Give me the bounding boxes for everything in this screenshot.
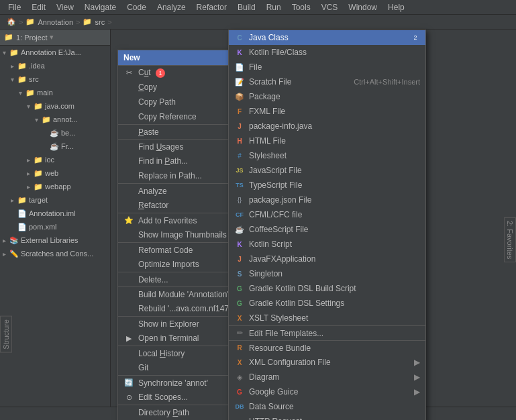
menu-build[interactable]: Build <box>232 1 261 13</box>
fxml-icon: F <box>234 108 245 115</box>
guice-arrow: ▶ <box>414 387 420 397</box>
menu-analyze[interactable]: Analyze <box>152 1 191 13</box>
menu-code[interactable]: Code <box>121 1 152 13</box>
main-layout: 1: Project 📁 1: Project ▾ ▾ 📁 Annotation… <box>0 30 516 420</box>
menu-refactor[interactable]: Refactor <box>191 1 232 13</box>
gradle-settings-icon: G <box>234 300 245 307</box>
templates-icon: ✏ <box>234 329 245 337</box>
submenu-kotlin-file[interactable]: K Kotlin File/Class <box>229 45 425 60</box>
submenu-coffeescript[interactable]: ☕ CoffeeScript File <box>229 222 425 237</box>
submenu-js[interactable]: JS JavaScript File <box>229 163 425 178</box>
xslt-icon: X <box>234 315 245 322</box>
breadcrumb: 🏠 > 📁 Annotation > 📁 src > <box>0 15 516 30</box>
file-icon: 📄 <box>234 63 245 72</box>
tree-item-idea[interactable]: ▸ 📁 .idea <box>0 59 110 72</box>
javafx-icon: J <box>234 256 245 263</box>
project-panel: 📁 1: Project ▾ ▾ 📁 Annotation E:\Ja... ▸… <box>0 30 111 420</box>
submenu-new: C Java Class 2 K Kotlin File/Class 📄 Fil… <box>228 30 426 420</box>
java-class-icon: C <box>234 34 245 42</box>
cut-icon: ✂ <box>123 68 134 77</box>
scopes-icon: ⊙ <box>123 393 134 402</box>
resource-icon: R <box>234 344 245 352</box>
menu-navigate[interactable]: Navigate <box>79 1 121 13</box>
submenu-gradle-settings[interactable]: G Gradle Kotlin DSL Settings <box>229 296 425 311</box>
submenu-java-class[interactable]: C Java Class 2 <box>229 30 425 45</box>
css-icon: # <box>234 152 245 160</box>
tree-item-fr[interactable]: ☕ Fr... <box>0 140 110 153</box>
html-icon: H <box>234 138 245 145</box>
submenu-html[interactable]: H HTML File <box>229 134 425 148</box>
submenu-data-source[interactable]: DB Data Source <box>229 399 425 414</box>
gradle-build-icon: G <box>234 285 245 293</box>
datasource-icon: DB <box>234 403 245 410</box>
tree-item-javacom[interactable]: ▾ 📁 java.com <box>0 99 110 113</box>
terminal-icon: ▶ <box>123 334 134 343</box>
submenu-singleton[interactable]: S Singleton <box>229 266 425 281</box>
tree-item-src[interactable]: ▾ 📁 src <box>0 72 110 86</box>
kotlin-icon: K <box>234 49 245 56</box>
menu-view[interactable]: View <box>51 1 79 13</box>
favorites-icon: ⭐ <box>123 216 134 225</box>
tree-item-annotation[interactable]: ▾ 📁 Annotation E:\Ja... <box>0 46 110 59</box>
tree-item-webapp[interactable]: ▸ 📁 webapp <box>0 180 110 193</box>
singleton-icon: S <box>234 270 245 278</box>
submenu-fxml[interactable]: F FXML File <box>229 104 425 119</box>
dropdown-arrow[interactable]: ▾ <box>50 33 54 42</box>
submenu-json[interactable]: {} package.json File <box>229 193 425 207</box>
menu-window[interactable]: Window <box>343 1 382 13</box>
package-info-icon: J <box>234 123 245 130</box>
tree-item-ioc[interactable]: ▸ 📁 ioc <box>0 153 110 166</box>
badge-1: 1 <box>156 68 165 78</box>
new-menu-label: New <box>123 53 140 62</box>
submenu-gradle-build[interactable]: G Gradle Kotlin DSL Build Script <box>229 281 425 296</box>
menu-tools[interactable]: Tools <box>287 1 316 13</box>
json-icon: {} <box>234 197 245 203</box>
tree-item-external-libs[interactable]: ▸ 📚 External Libraries <box>0 233 110 247</box>
tree-item-be[interactable]: ☕ be... <box>0 126 110 140</box>
tree-item-annot[interactable]: ▾ 📁 annot... <box>0 113 110 126</box>
tree-item-pom[interactable]: 📄 pom.xml <box>0 220 110 233</box>
kotlin-script-icon: K <box>234 241 245 248</box>
submenu-javafx[interactable]: J JavaFXApplication <box>229 252 425 266</box>
project-header[interactable]: 📁 1: Project ▾ <box>0 30 110 46</box>
submenu-guice[interactable]: G Google Guice ▶ <box>229 384 425 399</box>
menu-help[interactable]: Help <box>382 1 410 13</box>
js-icon: JS <box>234 167 245 174</box>
submenu-scratch-file[interactable]: 📝 Scratch File Ctrl+Alt+Shift+Insert <box>229 74 425 89</box>
submenu-diagram[interactable]: ◈ Diagram ▶ <box>229 370 425 384</box>
tree-item-annotation-iml[interactable]: 📄 Annotation.iml <box>0 207 110 220</box>
tree-item-scratches[interactable]: ▸ ✏️ Scratches and Cons... <box>0 247 110 260</box>
tab-structure[interactable]: Structure <box>0 316 12 353</box>
diagram-arrow: ▶ <box>414 372 420 382</box>
coffee-icon: ☕ <box>234 225 245 234</box>
submenu-package-info[interactable]: J package-info.java <box>229 119 425 134</box>
sync-icon: 🔄 <box>123 378 134 387</box>
submenu-cfml[interactable]: CF CFML/CFC file <box>229 207 425 222</box>
xml-config-icon: X <box>234 359 245 366</box>
submenu-package[interactable]: 📦 Package <box>229 89 425 104</box>
tree-item-web[interactable]: ▸ 📁 web <box>0 166 110 180</box>
submenu-http-request[interactable]: API HTTP Request <box>229 414 425 420</box>
menu-edit[interactable]: Edit <box>26 1 51 13</box>
tree-item-target[interactable]: ▸ 📁 target <box>0 193 110 207</box>
guice-icon: G <box>234 388 245 396</box>
diagram-icon: ◈ <box>234 373 245 382</box>
submenu-resource-bundle[interactable]: R Resource Bundle <box>229 340 425 355</box>
menu-run[interactable]: Run <box>261 1 287 13</box>
badge-2: 2 <box>411 33 420 42</box>
package-icon: 📦 <box>234 93 245 101</box>
submenu-xml-config[interactable]: X XML Configuration File ▶ <box>229 355 425 370</box>
menu-bar: File Edit View Navigate Code Analyze Ref… <box>0 0 516 15</box>
submenu-stylesheet[interactable]: # Stylesheet <box>229 148 425 163</box>
submenu-file[interactable]: 📄 File <box>229 60 425 74</box>
menu-file[interactable]: File <box>3 1 26 13</box>
submenu-kotlin-script[interactable]: K Kotlin Script <box>229 237 425 252</box>
cfml-icon: CF <box>234 211 245 218</box>
xml-config-arrow: ▶ <box>414 358 420 367</box>
submenu-ts[interactable]: TS TypeScript File <box>229 178 425 193</box>
tree-item-main[interactable]: ▾ 📁 main <box>0 86 110 99</box>
submenu-edit-templates[interactable]: ✏ Edit File Templates... <box>229 325 425 340</box>
menu-vcs[interactable]: VCS <box>316 1 344 13</box>
tab-favorites[interactable]: 2: Favorites <box>504 217 516 262</box>
submenu-xslt[interactable]: X XSLT Stylesheet <box>229 311 425 325</box>
